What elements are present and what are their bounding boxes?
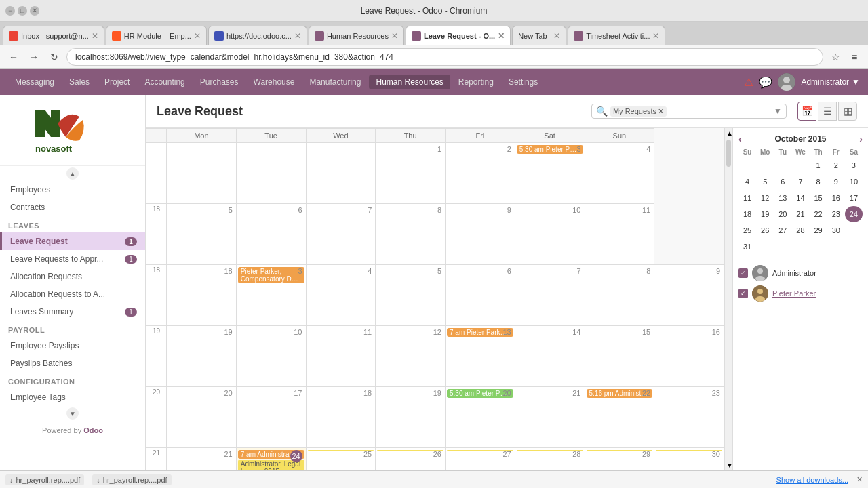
sidebar-item-allocation-approve[interactable]: Allocation Requests to A...	[0, 285, 145, 303]
mini-cal-day[interactable]: 26	[756, 222, 774, 239]
attendee-name-pieter[interactable]: Pieter Parker	[772, 289, 816, 298]
cal-day[interactable]: 9	[654, 265, 724, 326]
cal-day[interactable]: 10	[236, 326, 306, 387]
mini-cal-prev[interactable]: ‹	[738, 134, 742, 144]
mini-cal-day[interactable]: 21	[791, 206, 809, 222]
mini-cal-day[interactable]: 22	[810, 206, 827, 222]
tab-close-odoo-doc[interactable]: ✕	[294, 31, 301, 41]
cal-day-today[interactable]: 24 7 am Administrator, Legal Leaves 2015…	[236, 448, 306, 471]
mini-cal-day[interactable]	[774, 157, 791, 174]
close-button[interactable]: ✕	[30, 6, 39, 16]
mini-cal-day[interactable]: 4	[738, 174, 756, 190]
mini-cal-day[interactable]: 23	[827, 206, 845, 222]
calendar-event[interactable]: 5:30 am Pieter Parker, Compensatory Days	[517, 145, 583, 154]
status-bar-close[interactable]: ✕	[856, 475, 863, 484]
window-controls[interactable]: － □ ✕	[5, 6, 39, 16]
mini-cal-day[interactable]: 25	[738, 222, 756, 239]
cal-day[interactable]: 6	[236, 204, 306, 265]
tab-new-tab[interactable]: New Tab ✕	[512, 26, 566, 45]
maximize-button[interactable]: □	[18, 6, 27, 16]
nav-manufacturing[interactable]: Manufacturing	[302, 75, 368, 89]
mini-cal-day-today[interactable]: 24	[845, 206, 863, 222]
cal-day[interactable]: 4	[306, 265, 376, 326]
mini-cal-day[interactable]	[756, 239, 774, 255]
cal-day[interactable]: 10	[515, 204, 585, 265]
chat-icon[interactable]: 💬	[759, 76, 772, 89]
cal-day[interactable]: 16	[654, 326, 724, 387]
scroll-up-arrow[interactable]: ▲	[725, 128, 732, 138]
tab-close-gmail[interactable]: ✕	[92, 31, 98, 41]
vertical-scrollbar[interactable]: ▲ ▼	[724, 128, 732, 470]
cal-day[interactable]: 14	[515, 326, 585, 387]
tab-close-hr[interactable]: ✕	[194, 31, 201, 41]
cal-day[interactable]: 15	[585, 326, 654, 387]
cal-day[interactable]	[236, 143, 306, 204]
mini-cal-day[interactable]: 12	[756, 190, 774, 206]
cal-day[interactable]: 7	[306, 204, 376, 265]
tab-close-new[interactable]: ✕	[553, 31, 560, 41]
cal-day[interactable]: 27	[446, 448, 515, 471]
nav-sales[interactable]: Sales	[62, 75, 96, 89]
address-input[interactable]	[66, 48, 823, 66]
cal-day[interactable]: 29	[585, 448, 654, 471]
nav-warehouse[interactable]: Warehouse	[247, 75, 302, 89]
view-kanban-button[interactable]: ▦	[838, 102, 857, 121]
cal-day[interactable]: 18	[167, 265, 237, 326]
mini-cal-day[interactable]: 15	[810, 190, 827, 206]
mini-cal-day[interactable]	[845, 222, 863, 239]
tab-close-hr-main[interactable]: ✕	[391, 31, 398, 41]
cal-day[interactable]: 5	[376, 265, 446, 326]
minimize-button[interactable]: －	[5, 6, 15, 16]
sidebar-scroll-down[interactable]: ▼	[66, 407, 79, 420]
mini-cal-day[interactable]: 28	[791, 222, 809, 239]
back-button[interactable]: ←	[5, 49, 22, 65]
search-input[interactable]	[669, 106, 771, 116]
cal-day[interactable]: 11	[306, 326, 376, 387]
cal-day[interactable]: 1	[376, 143, 446, 204]
cal-day[interactable]: 21	[515, 387, 585, 448]
cal-day[interactable]: 30	[654, 448, 724, 471]
attendee-pieter[interactable]: ✓ Pieter Parker	[738, 283, 863, 304]
mini-cal-day[interactable]: 30	[827, 222, 845, 239]
download-item-2[interactable]: ↓ hr_payroll.rep....pdf	[92, 474, 171, 485]
nav-messaging[interactable]: Messaging	[8, 75, 61, 89]
search-bar[interactable]: 🔍 My Requests ✕ ▼	[591, 104, 787, 119]
user-avatar[interactable]	[778, 73, 795, 91]
attendee-checkbox-admin[interactable]: ✓	[738, 268, 748, 278]
sidebar-item-employee-payslips[interactable]: Employee Payslips	[0, 337, 145, 354]
cal-day[interactable]: 5	[167, 204, 237, 265]
cal-day[interactable]	[167, 143, 237, 204]
cal-day[interactable]: 18	[306, 387, 376, 448]
cal-day[interactable]: 6	[446, 265, 515, 326]
scrollbar-thumb[interactable]	[726, 140, 731, 167]
tab-timesheet[interactable]: Timesheet Activiti... ✕	[568, 26, 665, 45]
mini-cal-day[interactable]	[827, 239, 845, 255]
nav-human-resources[interactable]: Human Resources	[369, 75, 450, 89]
cal-day[interactable]: 23	[654, 387, 724, 448]
cal-day[interactable]: 2	[446, 143, 515, 204]
menu-button[interactable]: ≡	[846, 49, 863, 65]
view-list-button[interactable]: ☰	[818, 102, 837, 121]
nav-settings[interactable]: Settings	[502, 75, 545, 89]
mini-cal-day[interactable]: 29	[810, 222, 827, 239]
mini-cal-day[interactable]: 13	[774, 190, 791, 206]
mini-cal-day[interactable]: 11	[738, 190, 756, 206]
sidebar-scroll-up[interactable]: ▲	[66, 167, 79, 180]
mini-cal-day[interactable]	[774, 239, 791, 255]
tab-odoo-doc[interactable]: https://doc.odoo.c... ✕	[208, 26, 307, 45]
sidebar-item-leave-request[interactable]: Leave Request 1	[0, 232, 145, 250]
cal-day[interactable]	[306, 143, 376, 204]
mini-cal-day[interactable]	[791, 157, 809, 174]
cal-day[interactable]: 11	[585, 204, 654, 265]
cal-day[interactable]: 4	[585, 143, 654, 204]
sidebar-item-leave-requests-approve[interactable]: Leave Requests to Appr... 1	[0, 250, 145, 268]
user-menu[interactable]: Administrator ▼	[801, 77, 860, 87]
cal-day[interactable]: 19	[376, 387, 446, 448]
mini-cal-day[interactable]: 19	[756, 206, 774, 222]
attendee-administrator[interactable]: ✓ Administrator	[738, 263, 863, 283]
cal-day[interactable]: 17	[236, 387, 306, 448]
mini-cal-day[interactable]: 17	[845, 190, 863, 206]
cal-day[interactable]: 20 5:30 am Pieter Parker, Sick Leaves	[446, 387, 515, 448]
cal-day[interactable]: 25	[306, 448, 376, 471]
cal-day[interactable]: 13 7 am Pieter Parker, Legal Leaves 2015	[446, 326, 515, 387]
